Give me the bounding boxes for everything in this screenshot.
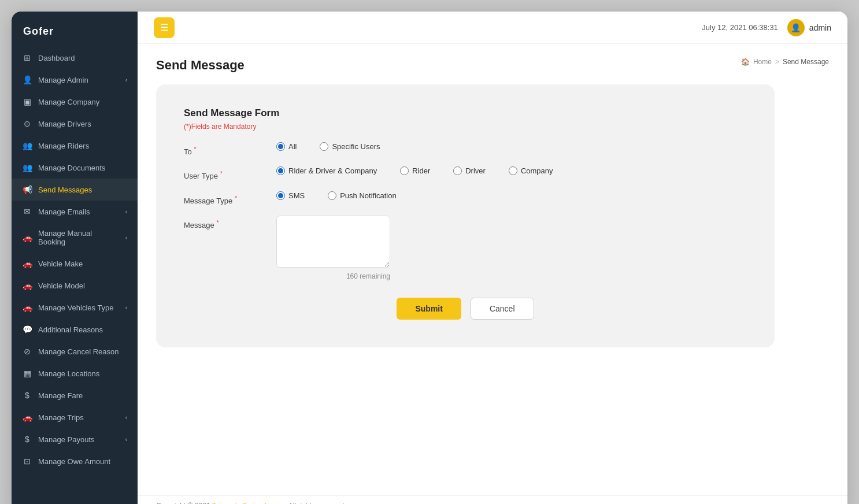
sidebar-item-manage-vehicles-type[interactable]: 🚗 Manage Vehicles Type ‹ xyxy=(12,297,138,318)
sidebar-item-label: Manage Admin xyxy=(38,76,88,84)
drivers-icon: ⊙ xyxy=(22,119,32,128)
message-controls: 160 remaining xyxy=(276,216,390,280)
sidebar-item-manage-drivers[interactable]: ⊙ Manage Drivers xyxy=(12,113,138,135)
send-message-form-card: Send Message Form (*)Fields are Mandator… xyxy=(156,84,775,347)
message-type-label: Message Type * xyxy=(184,191,276,205)
ut-driver-option[interactable]: Driver xyxy=(453,166,486,175)
mt-sms-radio[interactable] xyxy=(276,191,285,200)
ut-company-option[interactable]: Company xyxy=(509,166,553,175)
sidebar-item-label: Manage Owe Amount xyxy=(38,457,110,466)
breadcrumb-current: Send Message xyxy=(783,58,829,66)
to-field-row: To * All Specific Users xyxy=(184,142,747,156)
sidebar-item-manage-owe-amount[interactable]: ⊡ Manage Owe Amount xyxy=(12,450,138,472)
topbar-left: ☰ xyxy=(154,17,175,38)
payouts-icon: $ xyxy=(22,435,32,444)
ut-rider-driver-company-radio[interactable] xyxy=(276,166,285,175)
chevron-icon: ‹ xyxy=(125,414,127,421)
sidebar-item-label: Manage Manual Booking xyxy=(38,229,120,246)
mandatory-note: (*)Fields are Mandatory xyxy=(184,123,747,131)
owe-amount-icon: ⊡ xyxy=(22,457,32,466)
ut-driver-radio[interactable] xyxy=(453,166,462,175)
sidebar-item-label: Additional Reasons xyxy=(38,325,103,334)
vehicle-model-icon: 🚗 xyxy=(22,281,32,290)
riders-icon: 👥 xyxy=(22,141,32,150)
message-label: Message * xyxy=(184,216,276,229)
ut-rider-driver-company-label: Rider & Driver & Company xyxy=(288,166,377,175)
sidebar-item-manage-emails[interactable]: ✉ Manage Emails ‹ xyxy=(12,201,138,223)
sidebar-item-dashboard[interactable]: ⊞ Dashboard xyxy=(12,47,138,69)
to-all-label: All xyxy=(288,142,297,151)
to-all-option[interactable]: All xyxy=(276,142,297,151)
sidebar-item-label: Dashboard xyxy=(38,54,75,62)
sidebar-item-label: Manage Payouts xyxy=(38,435,95,444)
message-type-controls: SMS Push Notification xyxy=(276,191,747,200)
sidebar: Gofer ⊞ Dashboard 👤 Manage Admin ‹ ▣ Man… xyxy=(12,12,138,504)
chevron-icon: ‹ xyxy=(125,436,127,443)
page-header: Send Message 🏠 Home > Send Message xyxy=(156,58,829,73)
chevron-icon: ‹ xyxy=(125,235,127,241)
to-specific-label: Specific Users xyxy=(332,142,380,151)
sidebar-item-label: Manage Emails xyxy=(38,207,90,216)
username-label: admin xyxy=(809,23,831,32)
sidebar-item-vehicle-model[interactable]: 🚗 Vehicle Model xyxy=(12,275,138,297)
breadcrumb-home[interactable]: Home xyxy=(753,58,772,66)
footer-company-link[interactable]: Trioangle Technologies xyxy=(212,502,283,504)
cancel-reason-icon: ⊘ xyxy=(22,347,32,356)
ut-company-radio[interactable] xyxy=(509,166,517,175)
sidebar-item-manage-manual-booking[interactable]: 🚗 Manage Manual Booking ‹ xyxy=(12,223,138,253)
sidebar-item-manage-company[interactable]: ▣ Manage Company xyxy=(12,91,138,113)
sidebar-item-label: Manage Company xyxy=(38,98,99,106)
mt-sms-label: SMS xyxy=(288,191,305,200)
ut-company-label: Company xyxy=(521,166,553,175)
chevron-icon: ‹ xyxy=(125,305,127,311)
app-logo: Gofer xyxy=(12,12,138,47)
sidebar-item-manage-fare[interactable]: $ Manage Fare xyxy=(12,384,138,406)
message-textarea[interactable] xyxy=(276,216,390,268)
chevron-icon: ‹ xyxy=(125,77,127,83)
ut-rider-radio[interactable] xyxy=(400,166,409,175)
mt-push-option[interactable]: Push Notification xyxy=(328,191,397,200)
sidebar-item-manage-cancel-reason[interactable]: ⊘ Manage Cancel Reason xyxy=(12,340,138,362)
sidebar-item-label: Manage Documents xyxy=(38,164,105,172)
hamburger-icon: ☰ xyxy=(160,22,168,33)
sidebar-item-label: Vehicle Model xyxy=(38,281,85,290)
user-type-controls: Rider & Driver & Company Rider Driver xyxy=(276,166,747,175)
emails-icon: ✉ xyxy=(22,207,32,216)
main-panel: ☰ July 12, 2021 06:38:31 👤 admin Send Me… xyxy=(138,12,847,504)
remaining-text: 160 remaining xyxy=(276,272,390,280)
form-actions: Submit Cancel xyxy=(184,298,747,320)
ut-rider-driver-company-option[interactable]: Rider & Driver & Company xyxy=(276,166,377,175)
message-type-field-row: Message Type * SMS Push Notification xyxy=(184,191,747,205)
sidebar-item-manage-riders[interactable]: 👥 Manage Riders xyxy=(12,135,138,157)
mt-push-radio[interactable] xyxy=(328,191,336,200)
topbar-right: July 12, 2021 06:38:31 👤 admin xyxy=(702,19,831,36)
to-specific-radio[interactable] xyxy=(320,142,328,151)
sidebar-item-manage-documents[interactable]: 👥 Manage Documents xyxy=(12,157,138,179)
sidebar-item-manage-admin[interactable]: 👤 Manage Admin ‹ xyxy=(12,69,138,91)
footer-text: Copyright © 2021 xyxy=(156,502,210,504)
to-all-radio[interactable] xyxy=(276,142,285,151)
sidebar-item-manage-payouts[interactable]: $ Manage Payouts ‹ xyxy=(12,428,138,450)
submit-button[interactable]: Submit xyxy=(397,298,461,320)
sidebar-item-label: Manage Fare xyxy=(38,391,83,400)
cancel-button[interactable]: Cancel xyxy=(471,298,534,320)
form-title: Send Message Form xyxy=(184,108,747,119)
sidebar-item-manage-locations[interactable]: ▦ Manage Locations xyxy=(12,362,138,384)
sidebar-item-additional-reasons[interactable]: 💬 Additional Reasons xyxy=(12,318,138,340)
ut-rider-option[interactable]: Rider xyxy=(400,166,430,175)
user-menu[interactable]: 👤 admin xyxy=(787,19,831,36)
to-label: To * xyxy=(184,142,276,156)
dashboard-icon: ⊞ xyxy=(22,53,32,62)
footer-suffix: . All rights reserved. xyxy=(285,502,346,504)
user-type-label: User Type * xyxy=(184,166,276,180)
avatar: 👤 xyxy=(787,19,805,36)
sidebar-item-manage-trips[interactable]: 🚗 Manage Trips ‹ xyxy=(12,406,138,428)
sidebar-item-vehicle-make[interactable]: 🚗 Vehicle Make xyxy=(12,253,138,275)
mt-push-label: Push Notification xyxy=(340,191,397,200)
to-specific-option[interactable]: Specific Users xyxy=(320,142,380,151)
mt-sms-option[interactable]: SMS xyxy=(276,191,305,200)
chevron-icon: ‹ xyxy=(125,209,127,215)
sidebar-item-send-messages[interactable]: 📢 Send Messages xyxy=(12,179,138,201)
page-title: Send Message xyxy=(156,58,245,73)
menu-button[interactable]: ☰ xyxy=(154,17,175,38)
